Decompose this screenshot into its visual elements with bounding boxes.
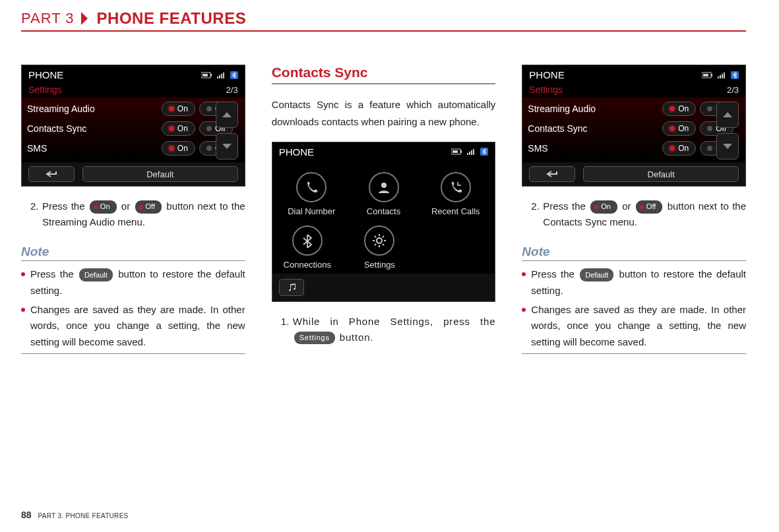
signal-icon — [467, 148, 476, 155]
connections-button[interactable]: Connections — [284, 225, 331, 270]
music-icon — [286, 283, 297, 292]
on-pill-icon: On — [90, 200, 117, 214]
on-button[interactable]: On — [662, 102, 696, 116]
back-arrow-icon — [545, 170, 559, 178]
svg-line-22 — [375, 236, 376, 237]
icon-label: Contacts — [367, 206, 400, 216]
shot-title: PHONE — [529, 69, 564, 80]
on-pill-icon: On — [590, 200, 617, 214]
step-number: 2. — [531, 198, 543, 230]
rule — [522, 353, 746, 354]
on-button[interactable]: On — [662, 121, 696, 136]
chevron-up-icon — [723, 112, 732, 117]
svg-rect-27 — [711, 74, 712, 76]
svg-line-24 — [375, 244, 376, 245]
scroll-up-button[interactable] — [216, 102, 238, 128]
music-button[interactable] — [279, 279, 304, 296]
note-heading: Note — [21, 245, 245, 261]
note-heading: Note — [522, 245, 746, 261]
back-arrow-icon — [44, 170, 59, 178]
svg-point-17 — [377, 238, 382, 243]
status-icons — [702, 71, 739, 79]
battery-icon — [451, 148, 463, 155]
phone-icon — [304, 180, 319, 194]
row-label: Contacts Sync — [528, 123, 662, 134]
gear-icon — [372, 233, 387, 248]
recent-calls-button[interactable]: Recent Calls — [431, 172, 480, 216]
row-label: Streaming Audio — [27, 103, 162, 114]
scroll-up-button[interactable] — [716, 102, 739, 128]
page-indicator: 2/3 — [226, 85, 238, 95]
shot-title: PHONE — [279, 146, 314, 158]
page-indicator: 2/3 — [727, 85, 739, 95]
settings-row: Streaming Audio On Off — [27, 99, 239, 119]
bluetooth-icon — [480, 148, 488, 156]
svg-rect-9 — [460, 150, 462, 153]
svg-rect-6 — [223, 73, 224, 78]
on-button[interactable]: On — [162, 121, 195, 136]
chevron-down-icon — [222, 144, 232, 149]
note-item: Changes are saved as they are made. In o… — [522, 302, 746, 351]
page-footer: 88 PART 3. PHONE FEATURES — [21, 510, 129, 520]
section-intro: Contacts Sync is a feature which automat… — [272, 96, 496, 131]
row-label: Contacts Sync — [27, 123, 162, 134]
on-button[interactable]: On — [162, 102, 195, 116]
back-button[interactable] — [28, 166, 75, 182]
default-chip-icon: Default — [580, 268, 613, 281]
default-button[interactable]: Default — [583, 166, 739, 182]
chapter-title: PHONE FEATURES — [97, 9, 247, 30]
back-button[interactable] — [529, 166, 575, 182]
shot-subtitle: Settings — [529, 84, 563, 95]
section-heading: Contacts Sync — [272, 65, 496, 84]
contacts-button[interactable]: Contacts — [367, 172, 400, 216]
icon-label: Settings — [364, 260, 395, 270]
step-text: Press the — [543, 200, 589, 212]
svg-rect-30 — [720, 75, 721, 78]
settings-row: Streaming Audio On Off — [528, 99, 740, 119]
on-button[interactable]: On — [162, 141, 195, 156]
svg-rect-11 — [467, 153, 468, 155]
recent-calls-icon — [449, 180, 463, 194]
svg-line-25 — [383, 236, 384, 237]
note-list: Press the Default button to restore the … — [522, 266, 746, 351]
icon-label: Dial Number — [288, 206, 335, 216]
scroll-down-button[interactable] — [716, 133, 739, 160]
svg-rect-29 — [718, 76, 719, 78]
step-text: or — [622, 200, 635, 212]
scroll-down-button[interactable] — [216, 133, 238, 160]
page-number: 88 — [21, 510, 32, 520]
note-item: Press the Default button to restore the … — [21, 266, 245, 299]
dial-number-button[interactable]: Dial Number — [288, 172, 335, 216]
svg-rect-14 — [473, 149, 474, 155]
step-number: 2. — [30, 198, 42, 230]
status-icons — [201, 71, 238, 79]
step-text: button. — [340, 332, 373, 343]
battery-icon — [201, 72, 213, 78]
bluetooth-icon — [731, 71, 739, 79]
icon-label: Recent Calls — [431, 206, 480, 216]
column-3: PHONE Settings 2/3 Streaming Audio On Of… — [522, 65, 746, 354]
svg-rect-13 — [471, 150, 472, 155]
default-chip-icon: Default — [79, 268, 113, 281]
settings-button[interactable]: Settings — [364, 225, 395, 270]
icon-label: Connections — [284, 260, 331, 270]
on-button[interactable]: On — [662, 141, 696, 156]
settings-row: Contacts Sync On Off — [27, 119, 239, 138]
svg-line-23 — [383, 244, 384, 245]
row-label: Streaming Audio — [528, 103, 662, 114]
svg-rect-31 — [722, 74, 723, 78]
rule — [21, 353, 245, 354]
contacts-icon — [377, 180, 391, 194]
default-button[interactable]: Default — [82, 166, 238, 182]
instruction-step: 2. Press the On or Off button next to th… — [531, 198, 746, 230]
page-header: PART 3 PHONE FEATURES — [21, 9, 746, 32]
row-label: SMS — [27, 143, 162, 154]
settings-chip-icon: Settings — [294, 332, 335, 345]
step-text: While in Phone Settings, press the — [293, 316, 496, 327]
svg-rect-2 — [203, 74, 208, 76]
note-item: Changes are saved as they are made. In o… — [21, 302, 245, 351]
shot-subtitle: Settings — [28, 84, 62, 95]
instruction-step: 2. Press the On or Off button next to th… — [30, 198, 245, 230]
screenshot-phone-settings: PHONE Settings 2/3 Streaming Audio On Of… — [522, 65, 746, 187]
off-pill-icon: Off — [636, 200, 662, 214]
